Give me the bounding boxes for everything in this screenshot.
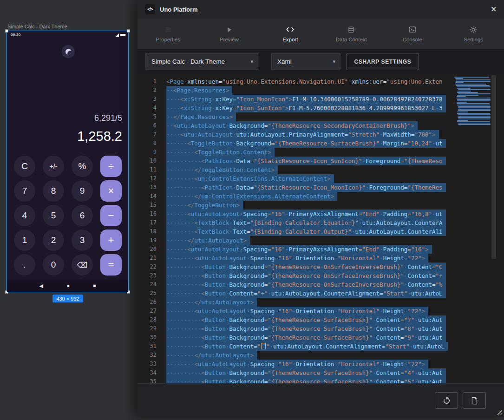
- calc-button-digit-1[interactable]: 1: [14, 230, 35, 251]
- code-line[interactable]: 4····<x:String·x:Key="Icon_SunIcon">F1·M…: [137, 104, 455, 112]
- code-line[interactable]: 33········<utu:AutoLayout·Spacing="16"·O…: [137, 360, 455, 368]
- code-line[interactable]: 20······<utu:AutoLayout·Spacing="16"·Pri…: [137, 245, 455, 254]
- calc-button-digit-2[interactable]: 2: [43, 230, 64, 251]
- minimap-line: [458, 93, 491, 94]
- tab-export[interactable]: Export: [260, 19, 321, 49]
- code-line[interactable]: 15······</ToggleButton>: [137, 201, 455, 210]
- calc-button-minus[interactable]: −: [100, 205, 122, 226]
- code-line[interactable]: 29··········<Button·Background="{ThemeRe…: [137, 324, 455, 333]
- calc-button-plus[interactable]: +: [100, 230, 122, 251]
- refresh-icon: [442, 396, 451, 405]
- code-line[interactable]: 25··········<Button·Content="÷"·utu:Auto…: [137, 289, 455, 298]
- refresh-button[interactable]: [435, 392, 458, 409]
- selection-handle-top-right[interactable]: [127, 29, 130, 33]
- code-line[interactable]: 5··</Page.Resources>: [137, 112, 455, 121]
- page-selector-value: Simple Calc - Dark Theme: [151, 58, 225, 65]
- theme-toggle-button[interactable]: [62, 45, 75, 58]
- nav-home-button[interactable]: ●: [66, 283, 70, 289]
- minimap-line: [457, 86, 491, 87]
- calc-button-multiply[interactable]: ×: [100, 180, 122, 202]
- selection-handle-top-left[interactable]: [5, 29, 8, 33]
- code-line[interactable]: 16······<utu:AutoLayout·Spacing="16"·Pri…: [137, 210, 455, 218]
- calc-button-digit-8[interactable]: 8: [43, 180, 64, 202]
- editor-scrollbar[interactable]: [491, 74, 497, 383]
- code-text: ··········<Button·Background="{ThemeReso…: [166, 368, 446, 377]
- code-line[interactable]: 19······</utu:AutoLayout>: [137, 236, 455, 245]
- calc-button-digit-9[interactable]: 9: [72, 180, 93, 202]
- code-line[interactable]: 28··········<Button·Background="{ThemeRe…: [137, 315, 455, 324]
- tab-data-context[interactable]: Data Context: [321, 19, 382, 49]
- code-text: ····<x:String·x:Key="Icon_SunIcon">F1·M·…: [166, 104, 446, 112]
- calc-button-digit-4[interactable]: 4: [14, 205, 35, 226]
- code-line[interactable]: 30··········<Button·Background="{ThemeRe…: [137, 333, 455, 342]
- code-line[interactable]: 12········<um:ControlExtensions.Alternat…: [137, 174, 455, 183]
- minimap-line: [455, 78, 463, 79]
- calc-button-divide[interactable]: ÷: [100, 156, 122, 177]
- code-line[interactable]: 24··········<Button·Background="{ThemeRe…: [137, 280, 455, 289]
- code-line[interactable]: 32········</utu:AutoLayout>: [137, 351, 455, 360]
- line-number: 28: [137, 315, 157, 324]
- code-text: ········<TextBlock·Text="{Binding·Calcul…: [166, 227, 446, 236]
- calc-button-clear[interactable]: C: [14, 156, 35, 177]
- code-line[interactable]: 11········</ToggleButton.Content>: [137, 165, 455, 174]
- code-line[interactable]: 17········<TextBlock·Text="{Binding·Calc…: [137, 218, 455, 227]
- calc-button-digit-6[interactable]: 6: [72, 205, 93, 226]
- nav-back-button[interactable]: ◀: [39, 283, 43, 289]
- line-number: 2: [137, 86, 157, 95]
- code-line[interactable]: 1<Page·xmlns:uen="using:Uno.Extensions.N…: [137, 77, 455, 86]
- code-text: ··<utu:AutoLayout·Background="{ThemeReso…: [166, 121, 418, 130]
- calc-button-plus-minus[interactable]: +/-: [43, 156, 64, 177]
- code-line[interactable]: 6··<utu:AutoLayout·Background="{ThemeRes…: [137, 121, 455, 130]
- nav-recents-button[interactable]: ■: [93, 283, 96, 288]
- code-line[interactable]: 8······<ToggleButton·Background="{ThemeR…: [137, 139, 455, 148]
- tab-preview[interactable]: Preview: [199, 19, 260, 49]
- calc-button-digit-0[interactable]: 0: [43, 254, 64, 276]
- code-text: ··········<Button·Content=""·utu:AutoLay…: [166, 342, 448, 351]
- code-line[interactable]: 10··········<PathIcon·Data="{StaticResou…: [137, 157, 455, 165]
- code-line[interactable]: 9········<ToggleButton.Content>: [137, 148, 455, 157]
- code-line[interactable]: 35··········<Button·Background="{ThemeRe…: [137, 377, 455, 383]
- export-file-button[interactable]: [463, 392, 486, 409]
- code-line[interactable]: 34··········<Button·Background="{ThemeRe…: [137, 368, 455, 377]
- format-selector-dropdown[interactable]: Xaml ▾: [271, 53, 340, 70]
- minimap-line: [457, 99, 491, 100]
- code-editor[interactable]: 1<Page·xmlns:uen="using:Uno.Extensions.N…: [137, 74, 504, 383]
- calc-button-digit-3[interactable]: 3: [72, 230, 93, 251]
- tab-label: Preview: [220, 37, 239, 42]
- code-text: ··········<PathIcon·Data="{StaticResourc…: [166, 183, 446, 192]
- code-line[interactable]: 3····<x:String·x:Key="Icon_MoonIcon">F1·…: [137, 95, 455, 104]
- chevron-down-icon: ▾: [250, 59, 253, 65]
- code-line[interactable]: 27········<utu:AutoLayout·Spacing="16"·O…: [137, 307, 455, 315]
- code-line[interactable]: 23··········<Button·Background="{ThemeRe…: [137, 271, 455, 280]
- line-number: 15: [137, 201, 157, 210]
- calc-button-equals[interactable]: =: [100, 254, 122, 276]
- calc-button-digit-7[interactable]: 7: [14, 180, 35, 202]
- artboard-title[interactable]: Simple Calc - Dark Theme: [7, 24, 67, 29]
- tab-settings[interactable]: Settings: [443, 19, 504, 49]
- close-button[interactable]: ×: [491, 4, 497, 14]
- code-line[interactable]: 7····<utu:AutoLayout·utu:AutoLayout.Prim…: [137, 130, 455, 139]
- csharp-settings-button[interactable]: CSHARP SETTINGS: [347, 53, 419, 70]
- calc-button-percent[interactable]: %: [72, 156, 93, 177]
- code-text: ········</ToggleButton.Content>: [166, 165, 278, 174]
- code-line[interactable]: 22··········<Button·Background="{ThemeRe…: [137, 262, 455, 271]
- code-line[interactable]: 21········<utu:AutoLayout·Spacing="16"·O…: [137, 254, 455, 262]
- calc-button-backspace[interactable]: ⌫: [72, 254, 93, 276]
- code-line[interactable]: 31··········<Button·Content=""·utu:AutoL…: [137, 342, 455, 351]
- minimap-line: [457, 88, 471, 89]
- code-line[interactable]: 14········</um:ControlExtensions.Alterna…: [137, 192, 455, 201]
- code-line[interactable]: 13··········<PathIcon·Data="{StaticResou…: [137, 183, 455, 192]
- calc-button-decimal[interactable]: .: [14, 254, 35, 276]
- console-icon: [408, 26, 417, 34]
- tab-console[interactable]: Console: [382, 19, 443, 49]
- code-line[interactable]: 18········<TextBlock·Text="{Binding·Calc…: [137, 227, 455, 236]
- artboard[interactable]: 09:30 6,291/5 1,258.2 C+/-%÷789×456−123+…: [7, 31, 129, 292]
- scrollbar-thumb[interactable]: [491, 75, 496, 259]
- calc-button-digit-5[interactable]: 5: [43, 205, 64, 226]
- line-number: 17: [137, 218, 157, 227]
- tab-properties[interactable]: Properties: [137, 19, 199, 49]
- minimap[interactable]: [454, 77, 491, 125]
- page-selector-dropdown[interactable]: Simple Calc - Dark Theme ▾: [145, 53, 258, 70]
- code-line[interactable]: 26········</utu:AutoLayout>: [137, 298, 455, 307]
- code-line[interactable]: 2··<Page.Resources>: [137, 86, 455, 95]
